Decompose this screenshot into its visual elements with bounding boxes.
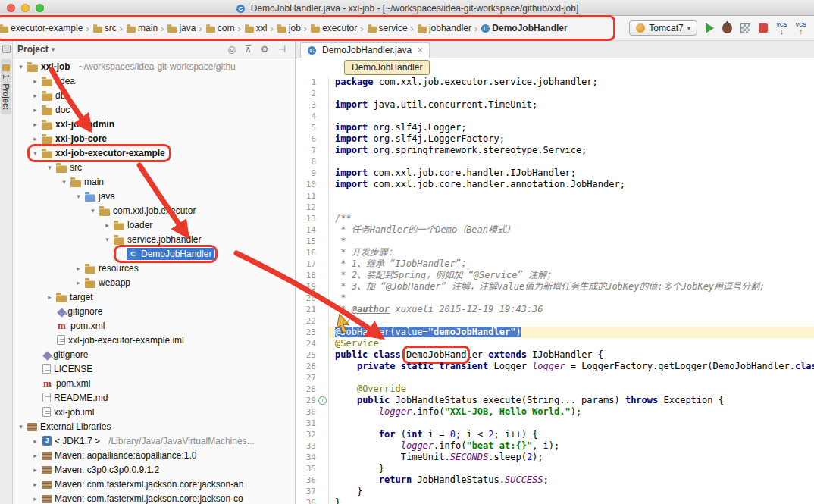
code-line[interactable]: 13/** xyxy=(296,213,814,224)
tree-item-gitignore[interactable]: .gitignore xyxy=(13,304,295,318)
gutter[interactable]: 18 xyxy=(296,270,329,281)
tree-item-xxl-job-executor-example-iml[interactable]: xxl-job-executor-example.iml xyxy=(13,333,295,347)
expander-icon[interactable]: ▸ xyxy=(30,495,40,502)
tool-window-icon[interactable] xyxy=(2,45,11,53)
close-window-button[interactable] xyxy=(7,4,15,12)
gutter[interactable]: 29↑ xyxy=(296,395,329,406)
expander-icon[interactable]: ▸ xyxy=(74,279,83,286)
gutter[interactable]: 6 xyxy=(296,133,329,145)
expander-icon[interactable]: ▾ xyxy=(102,236,112,243)
code-line[interactable]: 25public class DemoJobHandler extends IJ… xyxy=(296,349,814,361)
expander-icon[interactable]: ▾ xyxy=(88,207,98,214)
gutter[interactable]: 17 xyxy=(296,258,329,270)
expander-icon[interactable]: ▸ xyxy=(74,265,83,272)
gutter[interactable]: 14 xyxy=(296,224,329,236)
code-line[interactable]: 2 xyxy=(296,88,814,99)
tab-demojobhandler-java[interactable]: DemoJobHandler.java × xyxy=(300,42,430,58)
code-line[interactable]: 22 */ xyxy=(296,315,814,327)
code-line[interactable]: 7import org.springframework.stereotype.S… xyxy=(296,145,814,156)
gutter[interactable]: 21 xyxy=(296,304,329,315)
code-line[interactable]: 14 * 任务Handler的一个Demo（Bean模式） xyxy=(296,224,814,236)
expander-icon[interactable]: ▾ xyxy=(59,178,69,186)
gutter[interactable]: 4 xyxy=(296,111,329,122)
tree-item-maven-com-fasterxml-jackson-core-jackson-an[interactable]: ▸Maven: com.fasterxml.jackson.core:jacks… xyxy=(13,477,295,491)
tree-item-maven-aopalliance-aopalliance-1-0[interactable]: ▸Maven: aopalliance:aopalliance:1.0 xyxy=(13,448,295,462)
code-line[interactable]: 12 xyxy=(296,202,814,213)
chevron-down-icon[interactable]: ▾ xyxy=(52,45,55,53)
tree-item-com-xxl-job-executor[interactable]: ▾com.xxl.job.executor xyxy=(13,203,295,218)
tree-item-service-jobhandler[interactable]: ▾service.jobhandler xyxy=(13,232,295,246)
code-line[interactable]: 15 * xyxy=(296,236,814,247)
expander-icon[interactable]: ▸ xyxy=(30,466,40,474)
gutter[interactable]: 9 xyxy=(296,167,329,179)
tree-item-target[interactable]: ▸target xyxy=(13,290,295,304)
code-line[interactable]: 27 xyxy=(296,372,814,383)
tree-item-pom-xml[interactable]: pom.xml xyxy=(13,318,295,333)
gutter[interactable]: 38 xyxy=(296,497,329,504)
breadcrumb-item-com[interactable]: com xyxy=(205,23,235,33)
expander-icon[interactable]: ▾ xyxy=(16,423,26,430)
expander-icon[interactable]: ▸ xyxy=(30,106,40,114)
code-line[interactable]: 16 * 开发步骤： xyxy=(296,247,814,258)
tree-item-maven-c3p0-c3p0-0-9-1-2[interactable]: ▸Maven: c3p0:c3p0:0.9.1.2 xyxy=(13,462,295,477)
expander-icon[interactable]: ▾ xyxy=(45,164,55,171)
settings-gear-icon[interactable]: ⚙ xyxy=(261,44,269,55)
expander-icon[interactable]: ▸ xyxy=(30,452,40,459)
tree-item-xxl-job-iml[interactable]: xxl-job.iml xyxy=(13,405,295,419)
gutter[interactable]: 5 xyxy=(296,122,329,133)
code-line[interactable]: 38} xyxy=(296,497,814,504)
expander-icon[interactable]: ▾ xyxy=(74,193,83,200)
gutter[interactable]: 16 xyxy=(296,247,329,258)
code-line[interactable]: 33 logger.info("beat at:{}", i); xyxy=(296,440,814,452)
tree-item-xxl-job-core[interactable]: ▸xxl-job-core xyxy=(13,131,295,146)
code-line[interactable]: 24@Service xyxy=(296,338,814,349)
breadcrumb-item-main[interactable]: main xyxy=(126,23,158,33)
editor-breadcrumb-chip[interactable]: DemoJobHandler xyxy=(344,60,430,75)
gutter[interactable]: 34 xyxy=(296,452,329,463)
tree-item-java[interactable]: ▾java xyxy=(13,189,295,203)
code-line[interactable]: 31 xyxy=(296,418,814,429)
code-line[interactable]: 28 @Override xyxy=(296,383,814,395)
expander-icon[interactable]: ▾ xyxy=(16,63,26,70)
panel-title[interactable]: Project xyxy=(17,44,49,55)
expander-icon[interactable]: ▸ xyxy=(30,92,40,99)
code-line[interactable]: 36 return JobHandleStatus.SUCCESS; xyxy=(296,474,814,486)
project-stripe-tab[interactable]: 1: Project xyxy=(1,59,11,114)
expander-icon[interactable]: ▸ xyxy=(30,121,40,128)
gutter[interactable]: 24 xyxy=(296,338,329,349)
locate-icon[interactable]: ◎ xyxy=(228,44,236,55)
expander-icon[interactable]: ▸ xyxy=(30,135,40,142)
gutter[interactable]: 12 xyxy=(296,202,329,213)
gutter[interactable]: 2 xyxy=(296,88,329,99)
code-line[interactable]: 18 * 2、装配到Spring，例如加 “@Service” 注解； xyxy=(296,270,814,281)
tree-item-external-libraries[interactable]: ▾External Libraries xyxy=(13,419,295,434)
tree-item-license[interactable]: LICENSE xyxy=(13,362,295,376)
code-line[interactable]: 1package com.xxl.job.executor.service.jo… xyxy=(296,77,814,88)
code-line[interactable]: 29↑ public JobHandleStatus execute(Strin… xyxy=(296,395,814,406)
tree-item-webapp[interactable]: ▸webapp xyxy=(13,275,295,290)
breadcrumb-item-java[interactable]: java xyxy=(167,23,196,33)
tree-item-xxl-job-admin[interactable]: ▸xxl-job-admin xyxy=(13,117,295,131)
breadcrumb-item-executor-example[interactable]: executor-example xyxy=(0,23,83,33)
gutter[interactable]: 30 xyxy=(296,406,329,418)
expander-icon[interactable]: ▸ xyxy=(30,437,40,445)
code-line[interactable]: 37 } xyxy=(296,486,814,497)
code-line[interactable]: 11 xyxy=(296,190,814,202)
gutter[interactable]: 35 xyxy=(296,463,329,474)
breadcrumb-item-src[interactable]: src xyxy=(92,23,117,33)
breadcrumb-item-xxl[interactable]: xxl xyxy=(244,23,268,33)
gutter[interactable]: 27 xyxy=(296,372,329,383)
gutter[interactable]: 26 xyxy=(296,361,329,372)
gutter[interactable]: 23 xyxy=(296,327,329,338)
tree-item-readme-md[interactable]: README.md xyxy=(13,390,295,405)
gutter[interactable]: 15 xyxy=(296,236,329,247)
code-line[interactable]: 30 logger.info("XXL-JOB, Hello World."); xyxy=(296,406,814,418)
gutter[interactable]: 31 xyxy=(296,418,329,429)
expander-icon[interactable]: ▸ xyxy=(102,221,112,229)
tree-item-idea[interactable]: ▸.idea xyxy=(13,74,295,88)
gutter[interactable]: 33 xyxy=(296,440,329,452)
tree-item-src[interactable]: ▾src xyxy=(13,160,295,174)
tree-item-demojobhandler[interactable]: DemoJobHandler xyxy=(13,246,295,261)
gutter[interactable]: 20 xyxy=(296,293,329,304)
expander-icon[interactable]: ▸ xyxy=(30,77,40,85)
